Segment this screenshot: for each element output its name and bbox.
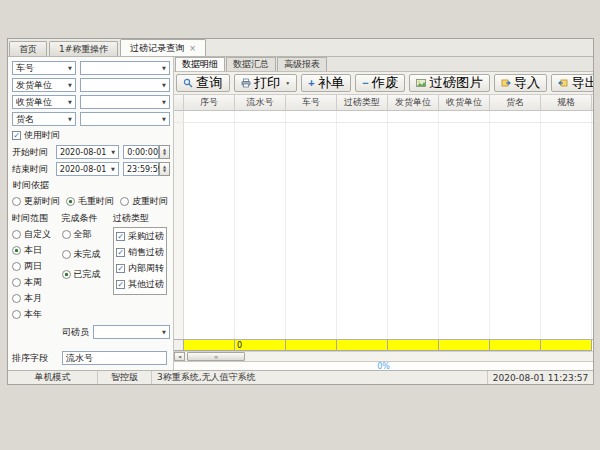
- tab-home[interactable]: 首页: [9, 41, 47, 56]
- row-selector-column: [174, 111, 184, 339]
- records-grid[interactable]: 序号 流水号 车号 过磅类型 发货单位 收货单位 货名 规格: [174, 95, 593, 339]
- radio-tare-time-label: 皮重时间: [132, 195, 168, 208]
- shipper-value-combo[interactable]: ▼: [80, 78, 170, 92]
- radio-two-days[interactable]: [12, 262, 21, 271]
- chevron-down-icon: ▼: [65, 82, 75, 88]
- radio-today[interactable]: [12, 246, 21, 255]
- receiver-field-select[interactable]: 收货单位 ▼: [12, 95, 76, 109]
- vehicle-value-combo[interactable]: ▼: [80, 61, 170, 75]
- data-toolbar: 查询 打印 ▼ + 补单 − 作废: [174, 72, 593, 95]
- thumb-grip-icon: ≡: [214, 354, 218, 360]
- sale-weigh-label: 销售过磅: [128, 246, 164, 259]
- export-button[interactable]: 导出 ▼: [551, 74, 593, 92]
- search-icon: [183, 78, 193, 88]
- spinner-down-icon: ▼: [163, 152, 166, 156]
- other-weigh-checkbox[interactable]: ✓: [116, 280, 125, 289]
- radio-all[interactable]: [62, 230, 71, 239]
- col-header-weigh-type[interactable]: 过磅类型: [337, 95, 388, 110]
- import-label: 导入: [514, 74, 541, 92]
- end-time-input[interactable]: 23:59:59: [123, 162, 159, 176]
- spinner-down-icon: ▼: [163, 169, 166, 173]
- sort-field-input[interactable]: 流水号: [62, 351, 167, 365]
- chevron-down-icon: ▼: [159, 65, 169, 71]
- use-time-checkbox[interactable]: ✓: [12, 131, 21, 140]
- goods-field-label: 货名: [16, 113, 34, 126]
- print-button[interactable]: 打印 ▼: [234, 74, 298, 92]
- end-time-spinner[interactable]: ▲ ▼: [159, 162, 170, 176]
- summary-count: 0: [237, 341, 242, 350]
- goods-field-select[interactable]: 货名 ▼: [12, 112, 76, 126]
- end-time-value: 23:59:59: [127, 165, 163, 174]
- summary-cell: [337, 340, 388, 351]
- status-edition: 智控版: [98, 371, 152, 384]
- weigh-photos-button[interactable]: 过磅图片: [409, 74, 489, 92]
- status-edition-label: 智控版: [111, 371, 138, 384]
- col-header-receiver[interactable]: 收货单位: [439, 95, 490, 110]
- horizontal-scrollbar[interactable]: ◄ ≡: [174, 351, 593, 361]
- radio-all-label: 全部: [74, 228, 92, 241]
- col-header-serial-no[interactable]: 流水号: [235, 95, 286, 110]
- chevron-down-icon: ▼: [65, 99, 75, 105]
- radio-today-label: 本日: [24, 244, 42, 257]
- radio-update-time-label: 更新时间: [24, 195, 60, 208]
- weigh-type-label: 过磅类型: [113, 212, 167, 225]
- radio-update-time[interactable]: [12, 197, 21, 206]
- vehicle-field-select[interactable]: 车号 ▼: [12, 61, 76, 75]
- weigher-combo[interactable]: ▼: [93, 325, 170, 339]
- end-time-row: 结束时间 2020-08-01 ▼ 23:59:59 ▲ ▼: [12, 162, 170, 176]
- sale-weigh-checkbox[interactable]: ✓: [116, 248, 125, 257]
- radio-gross-time[interactable]: [66, 197, 75, 206]
- import-icon: [501, 78, 511, 88]
- tab-data-detail[interactable]: 数据明细: [175, 57, 225, 71]
- radio-tare-time[interactable]: [120, 197, 129, 206]
- col-header-vehicle-no[interactable]: 车号: [286, 95, 337, 110]
- import-button[interactable]: 导入: [494, 74, 548, 92]
- end-date-picker[interactable]: 2020-08-01 ▼: [56, 162, 119, 176]
- col-header-shipper[interactable]: 发货单位: [388, 95, 439, 110]
- scrollbar-thumb[interactable]: ≡: [187, 352, 245, 361]
- col-header-serial-index[interactable]: 序号: [184, 95, 235, 110]
- col-label: 车号: [302, 96, 320, 109]
- tab-weighing-operation[interactable]: 1#称重操作: [49, 41, 118, 56]
- empty-grid-row: [174, 111, 593, 123]
- grid-column: [439, 111, 490, 339]
- row-selector-header: [174, 95, 184, 110]
- radio-custom[interactable]: [12, 230, 21, 239]
- query-button[interactable]: 查询: [176, 74, 230, 92]
- close-tab-icon[interactable]: ×: [189, 44, 196, 53]
- scroll-left-arrow[interactable]: ◄: [174, 352, 185, 361]
- supplement-button[interactable]: + 补单: [301, 74, 351, 92]
- weigh-type-box: ✓采购过磅 ✓销售过磅 ✓内部周转 ✓其他过磅: [113, 227, 167, 295]
- start-date-picker[interactable]: 2020-08-01 ▼: [56, 145, 119, 159]
- purchase-weigh-checkbox[interactable]: ✓: [116, 232, 125, 241]
- receiver-value-combo[interactable]: ▼: [80, 95, 170, 109]
- summary-cell-serial-count: 0: [235, 340, 286, 351]
- col-header-goods[interactable]: 货名: [490, 95, 541, 110]
- start-time-input[interactable]: 0:00:00: [123, 145, 159, 159]
- radio-unfinished[interactable]: [62, 250, 71, 259]
- progress-bar: 0%: [174, 361, 593, 370]
- void-button[interactable]: − 作废: [355, 74, 405, 92]
- internal-transfer-checkbox[interactable]: ✓: [116, 264, 125, 273]
- sort-field-row: 排序字段 流水号: [12, 351, 170, 365]
- tab-record-query[interactable]: 过磅记录查询 ×: [120, 39, 206, 56]
- radio-unfinished-label: 未完成: [74, 248, 101, 261]
- tab-data-summary[interactable]: 数据汇总: [226, 57, 276, 71]
- grid-column: [184, 111, 235, 339]
- radio-this-year[interactable]: [12, 310, 21, 319]
- radio-finished[interactable]: [62, 270, 71, 279]
- radio-this-month[interactable]: [12, 294, 21, 303]
- radio-finished-label: 已完成: [74, 268, 101, 281]
- shipper-field-select[interactable]: 发货单位 ▼: [12, 78, 76, 92]
- use-time-label: 使用时间: [24, 129, 60, 142]
- start-time-spinner[interactable]: ▲ ▼: [159, 145, 170, 159]
- col-header-spec[interactable]: 规格: [541, 95, 592, 110]
- radio-this-week[interactable]: [12, 278, 21, 287]
- tab-advanced-report[interactable]: 高级报表: [277, 57, 327, 71]
- summary-cell: [439, 340, 490, 351]
- purchase-weigh-label: 采购过磅: [128, 230, 164, 243]
- goods-value-combo[interactable]: ▼: [80, 112, 170, 126]
- calendar-dropdown-icon: ▼: [108, 149, 118, 155]
- status-bar: 单机模式 智控版 3称重系统,无人值守系统 2020-08-01 11:23:5…: [8, 370, 593, 384]
- radio-this-year-label: 本年: [24, 308, 42, 321]
